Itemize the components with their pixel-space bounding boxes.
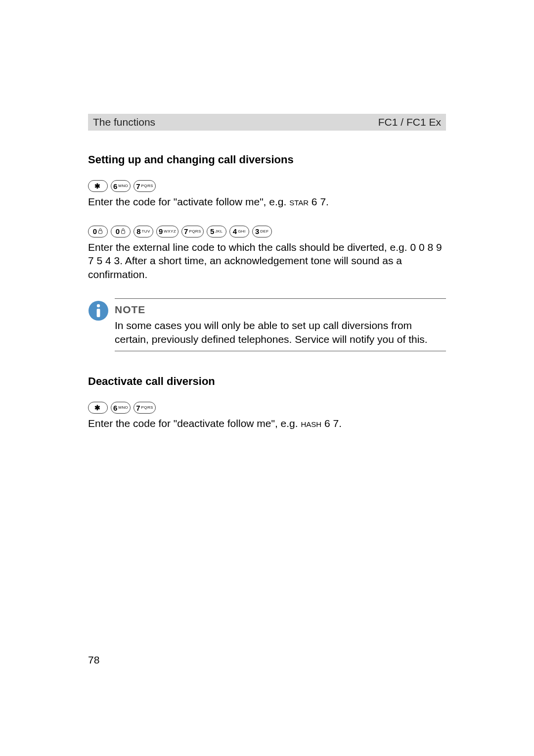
header-right: FC1 / FC1 Ex	[378, 116, 441, 128]
digit: 7	[136, 404, 140, 412]
sub: TUV	[142, 230, 150, 234]
text-part-b: 6 7.	[321, 418, 342, 429]
sub: MNO	[118, 406, 128, 410]
lock-icon	[121, 227, 126, 236]
page-number: 78	[88, 654, 99, 666]
section1-keyrow-2: 0 0 8 TUV 9 WXYZ 7 PQRS	[88, 226, 446, 237]
note-rule-top	[115, 298, 446, 299]
star-icon: ✱	[94, 182, 100, 190]
note-block: NOTE In some cases you will only be able…	[88, 298, 446, 351]
header-bar: The functions FC1 / FC1 Ex	[88, 114, 446, 131]
svg-rect-0	[99, 231, 102, 234]
key-4: 4 GHI	[229, 226, 249, 237]
key-7: 7 PQRS	[134, 180, 156, 192]
sub: PQRS	[141, 406, 153, 410]
svg-point-3	[97, 304, 100, 307]
sub: MNO	[118, 184, 128, 188]
section1-keyrow-1: ✱ 6 MNO 7 PQRS	[88, 180, 446, 192]
section2-title: Deactivate call diversion	[88, 375, 446, 388]
section1-text1: Enter the code for "activate follow me",…	[88, 195, 446, 209]
section1-block2: 0 0 8 TUV 9 WXYZ 7 PQRS	[88, 226, 446, 282]
digit: 6	[113, 404, 117, 412]
svg-rect-1	[122, 231, 125, 234]
key-0: 0	[111, 226, 131, 237]
key-6: 6 MNO	[111, 180, 131, 192]
page: The functions FC1 / FC1 Ex Setting up an…	[0, 0, 534, 756]
key-5: 5 JKL	[207, 226, 226, 237]
star-icon: ✱	[94, 404, 100, 412]
key-6: 6 MNO	[111, 402, 131, 414]
sub: PQRS	[141, 184, 153, 188]
sub: JKL	[215, 230, 222, 234]
lock-icon	[98, 227, 103, 236]
key-0: 0	[88, 226, 108, 237]
text-smallcaps: hash	[301, 418, 321, 429]
sub: WXYZ	[164, 230, 176, 234]
digit: 8	[136, 228, 140, 235]
section2-text: Enter the code for "deactivate follow me…	[88, 417, 446, 430]
digit: 9	[159, 228, 163, 235]
info-icon	[88, 300, 109, 321]
digit: 4	[233, 228, 237, 235]
key-7: 7 PQRS	[181, 226, 204, 237]
text-smallcaps: star	[289, 196, 309, 207]
digit: 5	[210, 228, 214, 235]
svg-rect-4	[97, 309, 100, 317]
note-content: NOTE In some cases you will only be able…	[115, 298, 446, 351]
digit: 7	[136, 183, 140, 190]
note-rule-bottom	[115, 351, 446, 351]
digit: 7	[184, 228, 188, 235]
sub: GHI	[238, 230, 245, 234]
note-text: In some cases you will only be able to s…	[115, 319, 446, 346]
sub: DEF	[260, 230, 268, 234]
digit: 0	[93, 228, 97, 235]
key-8: 8 TUV	[134, 226, 153, 237]
key-7: 7 PQRS	[134, 402, 156, 414]
sub: PQRS	[189, 230, 201, 234]
key-9: 9 WXYZ	[156, 226, 178, 237]
key-3: 3 DEF	[252, 226, 272, 237]
text-part-b: 6 7.	[309, 196, 329, 207]
key-star: ✱	[88, 180, 108, 192]
text-part-a: Enter the code for "deactivate follow me…	[88, 418, 301, 429]
section2-keyrow: ✱ 6 MNO 7 PQRS	[88, 402, 446, 414]
section1-title: Setting up and changing call diversions	[88, 153, 446, 166]
digit: 0	[116, 228, 120, 235]
digit: 6	[113, 183, 117, 190]
digit: 3	[255, 228, 259, 235]
note-label: NOTE	[115, 304, 446, 316]
header-left: The functions	[93, 116, 155, 128]
key-star: ✱	[88, 402, 108, 414]
section1-text2: Enter the external line code to which th…	[88, 240, 446, 282]
text-part-a: Enter the code for "activate follow me",…	[88, 196, 289, 207]
